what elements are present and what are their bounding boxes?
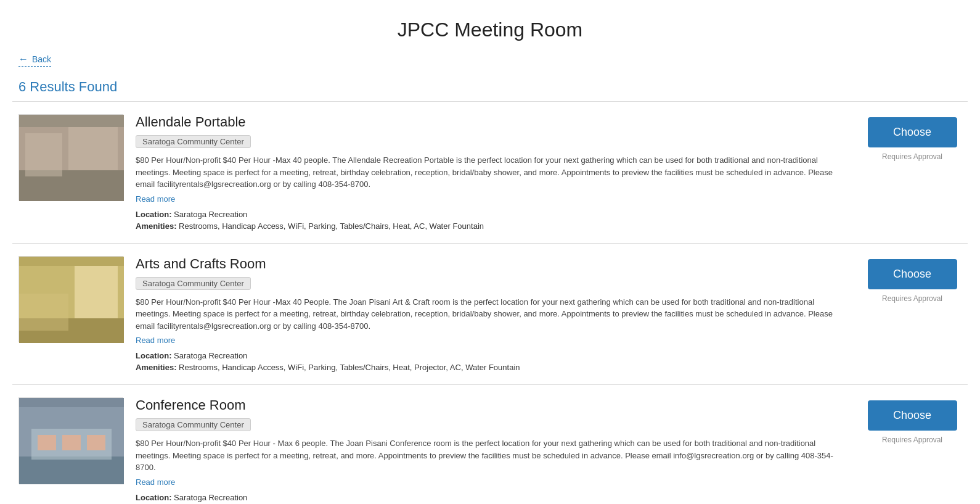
svg-rect-4 [19, 115, 124, 127]
results-list: Allendale Portable Saratoga Community Ce… [12, 101, 968, 504]
svg-rect-15 [87, 435, 105, 450]
svg-rect-7 [75, 263, 118, 318]
choose-button-allendale[interactable]: Choose [868, 117, 957, 147]
svg-rect-11 [19, 456, 124, 484]
page-title: JPCC Meeting Room [0, 0, 980, 54]
requires-approval-label: Requires Approval [882, 152, 942, 161]
svg-rect-16 [19, 398, 124, 407]
room-name: Conference Room [136, 397, 851, 413]
room-amenities: Amenities: Restrooms, Handicap Access, W… [136, 221, 851, 231]
room-tag: Saratoga Community Center [136, 277, 251, 290]
room-location: Location: Saratoga Recreation [136, 493, 851, 502]
svg-rect-3 [68, 121, 118, 170]
room-description: $80 Per Hour/Non-profit $40 Per Hour - M… [136, 437, 851, 474]
room-location: Location: Saratoga Recreation [136, 351, 851, 360]
choose-button-conference[interactable]: Choose [868, 400, 957, 431]
room-description: $80 Per Hour/Non-profit $40 Per Hour -Ma… [136, 296, 851, 333]
svg-rect-9 [19, 294, 68, 331]
room-image-allendale [18, 114, 123, 200]
room-image-arts-crafts [18, 256, 123, 342]
back-label: Back [32, 54, 51, 64]
read-more-link[interactable]: Read more [136, 336, 851, 345]
room-description: $80 Per Hour/Non-profit $40 Per Hour -Ma… [136, 154, 851, 191]
svg-rect-14 [62, 435, 81, 450]
choose-button-arts-crafts[interactable]: Choose [868, 259, 957, 289]
results-count: 6 Results Found [18, 79, 962, 95]
room-amenities: Amenities: Restrooms, Handicap Access, W… [136, 363, 851, 372]
svg-rect-8 [19, 257, 124, 266]
room-action-conference: ChooseRequires Approval [863, 397, 962, 444]
svg-rect-13 [38, 435, 56, 450]
room-name: Arts and Crafts Room [136, 256, 851, 272]
list-item: Allendale Portable Saratoga Community Ce… [12, 101, 968, 243]
back-link[interactable]: ← Back [18, 54, 51, 67]
back-arrow-icon: ← [18, 54, 28, 65]
room-name: Allendale Portable [136, 114, 851, 130]
room-info-allendale: Allendale Portable Saratoga Community Ce… [123, 114, 863, 231]
room-action-allendale: ChooseRequires Approval [863, 114, 962, 161]
room-tag: Saratoga Community Center [136, 135, 251, 148]
room-action-arts-crafts: ChooseRequires Approval [863, 256, 962, 303]
room-location: Location: Saratoga Recreation [136, 210, 851, 219]
list-item: Conference Room Saratoga Community Cente… [12, 384, 968, 504]
room-info-arts-crafts: Arts and Crafts Room Saratoga Community … [123, 256, 863, 373]
requires-approval-label: Requires Approval [882, 436, 942, 444]
list-item: Arts and Crafts Room Saratoga Community … [12, 243, 968, 385]
room-tag: Saratoga Community Center [136, 418, 251, 431]
read-more-link[interactable]: Read more [136, 194, 851, 204]
read-more-link[interactable]: Read more [136, 477, 851, 487]
svg-rect-2 [25, 133, 62, 176]
room-info-conference: Conference Room Saratoga Community Cente… [123, 397, 863, 504]
room-image-conference [18, 397, 123, 484]
requires-approval-label: Requires Approval [882, 294, 942, 303]
